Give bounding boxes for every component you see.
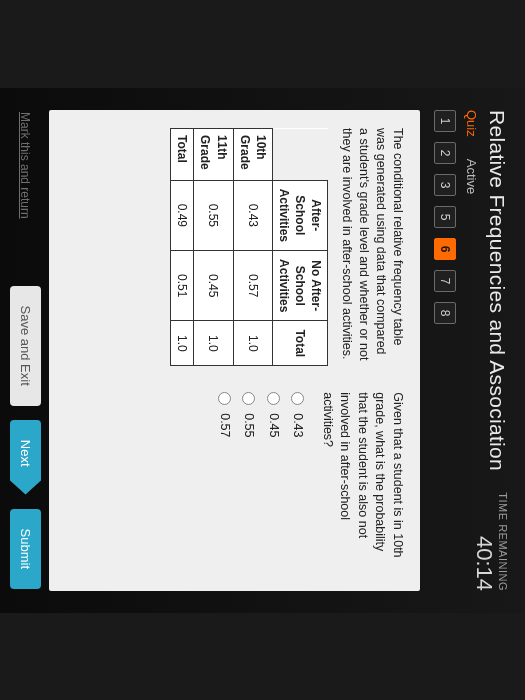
mark-return-link[interactable]: Mark this and return [19, 112, 33, 219]
header: Relative Frequencies and Association Qui… [434, 110, 509, 591]
table-row: Total 0.49 0.51 1.0 [171, 128, 194, 365]
question-nav-item[interactable]: 8 [434, 302, 456, 324]
question-block: Given that a student is in 10th grade, w… [63, 392, 406, 573]
option-label: 0.45 [265, 413, 283, 437]
content-panel: The conditional relative frequency table… [49, 110, 420, 591]
cell: 0.49 [171, 180, 194, 250]
radio-icon [242, 392, 255, 405]
radio-icon [267, 392, 280, 405]
answer-option[interactable]: 0.45 [265, 392, 283, 573]
cell: 1.0 [233, 320, 272, 365]
row-header: Total [171, 128, 194, 180]
table-row: 10th Grade 0.43 0.57 1.0 [233, 128, 272, 365]
cell: 1.0 [171, 320, 194, 365]
option-label: 0.55 [240, 413, 258, 437]
save-exit-button[interactable]: Save and Exit [10, 285, 41, 405]
quiz-label: Quiz [464, 110, 479, 137]
page-title: Relative Frequencies and Association [485, 110, 509, 471]
question-nav-item[interactable]: 5 [434, 206, 456, 228]
question-nav-item-current[interactable]: 6 [434, 238, 456, 260]
answer-option[interactable]: 0.43 [289, 392, 307, 573]
col-header: Total [272, 320, 328, 365]
frequency-table: After-School Activities No After-School … [170, 128, 329, 366]
option-label: 0.57 [216, 413, 234, 437]
table-row: 11th Grade 0.55 0.45 1.0 [194, 128, 233, 365]
answer-option[interactable]: 0.57 [216, 392, 234, 573]
cell: 0.51 [171, 250, 194, 320]
question-text: Given that a student is in 10th grade, w… [319, 392, 407, 573]
stimulus-text: The conditional relative frequency table… [339, 128, 407, 366]
question-nav-item[interactable]: 7 [434, 270, 456, 292]
radio-icon [291, 392, 304, 405]
question-nav-item[interactable]: 2 [434, 142, 456, 164]
table-corner [272, 128, 328, 180]
col-header: No After-School Activities [272, 250, 328, 320]
row-header: 10th Grade [233, 128, 272, 180]
timer-label: TIME REMAINING [497, 492, 509, 591]
stimulus: The conditional relative frequency table… [63, 128, 406, 366]
question-nav-item[interactable]: 1 [434, 110, 456, 132]
next-button[interactable]: Next [10, 419, 41, 494]
answer-options: 0.43 0.45 0.55 0.57 [216, 392, 307, 573]
cell: 0.43 [233, 180, 272, 250]
cell: 0.55 [194, 180, 233, 250]
cell: 0.57 [233, 250, 272, 320]
app-screen: Relative Frequencies and Association Qui… [0, 88, 525, 613]
row-header: 11th Grade [194, 128, 233, 180]
cell: 1.0 [194, 320, 233, 365]
option-label: 0.43 [289, 413, 307, 437]
footer-actions: Save and Exit Next Submit [10, 285, 41, 588]
question-nav: 1 2 3 5 6 7 8 [434, 110, 456, 471]
timer-value: 40:14 [471, 492, 497, 591]
col-header: After-School Activities [272, 180, 328, 250]
status-label: Active [464, 158, 479, 193]
footer: Mark this and return Save and Exit Next … [8, 110, 49, 591]
answer-option[interactable]: 0.55 [240, 392, 258, 573]
question-nav-item[interactable]: 3 [434, 174, 456, 196]
cell: 0.45 [194, 250, 233, 320]
submit-button[interactable]: Submit [10, 508, 41, 588]
timer: TIME REMAINING 40:14 [471, 492, 509, 591]
radio-icon [218, 392, 231, 405]
